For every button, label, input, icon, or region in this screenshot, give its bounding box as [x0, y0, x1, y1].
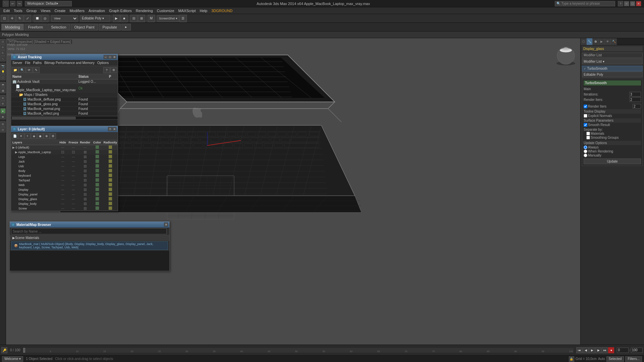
asset-row-vault[interactable]: 🏢 Autodesk Vault Logged O... [11, 79, 118, 84]
sidebar-btn-3[interactable]: ↻ [0, 50, 6, 56]
key-mode-btn[interactable]: 🔑 [1, 347, 7, 353]
asset-row-max-file[interactable]: 📄 Apple_MacBook_Laptop_max_vray.max Ok [11, 84, 118, 93]
sidebar-btn-5[interactable]: 📷 [0, 63, 6, 69]
rotate-btn[interactable]: ↻ [16, 15, 23, 22]
layer-row-screw[interactable]: Screw —— [11, 206, 118, 211]
when-rendering-radio[interactable] [584, 149, 587, 153]
render-iters-val[interactable] [633, 104, 641, 109]
sidebar-btn-12[interactable]: ● [0, 108, 6, 114]
maximize-btn[interactable]: □ [630, 1, 635, 6]
asset-tb-2[interactable]: 🔍 [19, 67, 25, 73]
menu-edit[interactable]: Edit [1, 7, 12, 14]
sidebar-btn-8[interactable]: ⬒ [0, 82, 6, 87]
reference-dropdown[interactable]: View [51, 15, 78, 22]
asset-panel-header[interactable]: Asset Tracking – □ ✕ [11, 54, 118, 60]
smooth-result-cb[interactable] [584, 123, 587, 127]
timeline-slider-thumb[interactable] [23, 348, 25, 353]
asset-restore-btn[interactable]: □ [108, 55, 112, 59]
menu-graph-editors[interactable]: Graph Editors [107, 7, 134, 14]
next-frame-btn[interactable]: ▶ [595, 347, 601, 353]
iterations-input[interactable] [629, 92, 641, 97]
asset-menu-options[interactable]: Options [97, 61, 109, 65]
sidebar-btn-6[interactable]: 💡 [0, 69, 6, 74]
help-btn[interactable]: ? [618, 1, 623, 6]
play-btn[interactable]: ▶ [113, 15, 120, 22]
layer-highlight-btn[interactable]: ◉ [37, 133, 43, 139]
mat-close-btn[interactable]: ✕ [164, 223, 168, 227]
sidebar-btn-13[interactable]: ◉ [0, 114, 6, 119]
asset-menu-bitmap[interactable]: Bitmap Performance and Memory [44, 61, 95, 65]
sidebar-btn-7[interactable]: ⬡ [0, 75, 6, 80]
screenshot-btn[interactable]: ScreenShot ▾ [157, 15, 179, 22]
sidebar-btn-11[interactable]: ⊗ [0, 101, 6, 106]
modifier-dropdown[interactable]: Modifier List ▾ [582, 58, 643, 64]
extra-btn[interactable]: ☰ [179, 15, 187, 22]
asset-row-deffuse[interactable]: 🖼 MacBook_deffuse.png Found [11, 97, 118, 102]
manually-radio[interactable] [584, 154, 587, 157]
asset-tb-1[interactable]: 📁 [12, 67, 18, 73]
menu-maxscript[interactable]: MAXScript [176, 7, 198, 14]
menu-help[interactable]: Help [198, 7, 210, 14]
menu-create[interactable]: Create [52, 7, 67, 14]
layer-row-usb[interactable]: Usb —— [11, 164, 118, 169]
snaps-toggle[interactable]: 🔲 [34, 15, 41, 22]
layer-add-btn[interactable]: + [24, 133, 31, 139]
redo-btn[interactable]: ↪ [17, 1, 22, 6]
anim-mode-btn[interactable]: ● [608, 347, 614, 353]
tab-modeling[interactable]: Modeling [1, 24, 24, 31]
layer-select-btn[interactable]: ◈ [31, 133, 37, 139]
angle-snap[interactable]: ◎ [41, 15, 49, 22]
asset-row-normal[interactable]: 🖼 MacBook_normal.png Found [11, 107, 118, 111]
mode-display[interactable]: Selected [606, 356, 624, 362]
filters-btn[interactable]: Filters... [625, 356, 642, 362]
material-browser-header[interactable]: Material/Map Browser ✕ [10, 222, 169, 228]
nav-cube[interactable] [555, 45, 577, 67]
mirror-btn[interactable]: ⊟ [130, 15, 138, 22]
material-editor-btn[interactable]: M [148, 15, 155, 22]
layer-close-btn[interactable]: ✕ [112, 127, 116, 131]
modifier-editable-poly[interactable]: Editable Poly [582, 72, 643, 77]
layer-row-display-body[interactable]: Display_body —— [11, 201, 118, 206]
quick-access-btn[interactable]: ⬛ [3, 1, 9, 7]
close-btn[interactable]: ✕ [636, 1, 641, 6]
asset-scrollbar[interactable] [12, 117, 76, 119]
smoothing-groups-cb[interactable] [586, 136, 590, 139]
undo-btn[interactable]: ↩ [10, 1, 15, 6]
modify-tab[interactable]: 🔧 [587, 38, 593, 45]
menu-3dground[interactable]: 3DGROUND [209, 7, 234, 14]
utility-tab[interactable]: 🔨 [611, 38, 617, 45]
sidebar-btn-10[interactable]: ⊕ [0, 95, 6, 101]
layer-row-display-panel[interactable]: Display_panel —— [11, 192, 118, 197]
scale-btn[interactable]: ⤢ [24, 15, 31, 22]
frame-input[interactable] [617, 348, 629, 353]
layer-new-btn[interactable]: 📄 [12, 133, 18, 139]
lock-btn[interactable]: 🔒 [569, 356, 574, 362]
menu-group[interactable]: Group [24, 7, 39, 14]
tab-populate[interactable]: Populate [99, 24, 120, 31]
tab-object-paint[interactable]: Object Paint [71, 24, 98, 31]
materials-cb[interactable] [586, 132, 590, 135]
layer-row-tachpad[interactable]: Tachpad —— [11, 178, 118, 183]
asset-tb-help[interactable]: ? [103, 67, 110, 73]
always-radio[interactable] [584, 145, 587, 149]
timeline-slider-track[interactable]: 0 5 10 15 20 25 30 35 40 45 50 55 60 65 … [23, 348, 574, 353]
go-start-btn[interactable]: ⏮ [576, 347, 582, 353]
asset-row-reflect[interactable]: 🖼 MacBook_reflect.png Found [11, 111, 118, 116]
asset-close-btn[interactable]: ✕ [112, 55, 116, 59]
sidebar-btn-2[interactable]: ✛ [0, 45, 6, 50]
asset-tb-3[interactable]: ⟳ [26, 67, 33, 73]
render-type-dropdown[interactable]: Editable Poly ▾ [80, 15, 110, 22]
sidebar-btn-14[interactable]: ⊞ [0, 121, 6, 127]
layer-panel-header[interactable]: Layer: 0 (default) ? ✕ [11, 126, 118, 132]
layer-row-jack[interactable]: Jack —— [11, 159, 118, 164]
layer-del-btn[interactable]: ✕ [18, 133, 24, 139]
render-iters-input[interactable] [629, 97, 641, 102]
play-animation-btn[interactable]: ▶ [589, 347, 595, 353]
layer-row-legs[interactable]: Legs —— [11, 155, 118, 159]
menu-rendering[interactable]: Rendering [134, 7, 155, 14]
align-btn[interactable]: ⊞ [138, 15, 145, 22]
asset-row-maps-folder[interactable]: 📂 Maps / Shaders [11, 93, 118, 97]
asset-tb-4[interactable]: ✎ [33, 67, 40, 73]
asset-tb-settings[interactable]: ⚙ [110, 67, 117, 73]
stop-btn[interactable]: ■ [120, 15, 128, 22]
